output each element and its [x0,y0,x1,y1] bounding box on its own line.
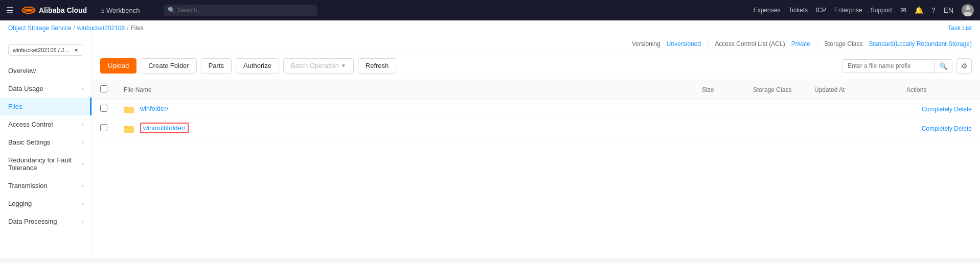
enterprise-link[interactable]: Enterprise [834,7,862,14]
select-all-header [92,80,116,100]
sidebar-item-logging[interactable]: Logging › [0,195,92,212]
sidebar-item-files[interactable]: Files [0,98,92,115]
breadcrumb-current: Files [131,25,144,32]
info-divider-2: | [816,40,818,47]
support-link[interactable]: Support [871,7,892,14]
storage-class-value[interactable]: Standard(Locally Redundant Storage) [869,40,972,47]
file-name-header: File Name [116,80,694,100]
data-usage-arrow-icon: › [82,86,83,91]
file-table: File Name Size Storage Class Updated At … [92,80,980,138]
topbar: ☰ Alibaba Cloud ⌂ Workbench 🔍 Expenses T… [0,0,980,20]
svg-point-4 [966,6,970,10]
refresh-button[interactable]: Refresh [358,58,397,74]
row2-filename-cell: winmultifolder/ [116,119,694,138]
content-area: Versioning Unversioned | Access Control … [92,36,980,258]
sidebar-item-redundancy[interactable]: Redundancy for Fault Tolerance › [0,151,92,177]
svg-rect-3 [31,9,33,11]
expenses-link[interactable]: Expenses [754,7,781,14]
select-all-checkbox[interactable] [100,85,107,92]
avatar[interactable] [962,4,974,16]
icp-link[interactable]: ICP [816,7,826,14]
sidebar-item-data-usage[interactable]: Data Usage › [0,80,92,98]
row2-checkbox[interactable] [100,124,107,131]
workbench-link[interactable]: ⌂ Workbench [95,7,145,14]
search-input[interactable] [164,5,317,16]
file-search-input[interactable] [842,60,935,72]
row1-size-cell [694,100,745,119]
row1-folder-icon [124,105,134,113]
file-search-box: 🔍 [842,59,952,73]
row1-delete-action[interactable]: Completely Delete [922,106,972,113]
breadcrumb-bucket-link[interactable]: winbucket202106 [77,25,125,32]
storage-class-header: Storage Class [745,80,806,100]
sidebar-item-data-processing[interactable]: Data Processing › [0,212,92,230]
acl-value[interactable]: Private [791,40,810,47]
redundancy-arrow-icon: › [82,161,83,167]
mail-icon[interactable]: ✉ [900,6,906,14]
row2-delete-action[interactable]: Completely Delete [922,125,972,132]
access-control-arrow-icon: › [82,122,83,127]
storage-class-label: Storage Class [824,40,862,47]
row2-file-link[interactable]: winmultifolder/ [140,123,189,133]
sidebar: winbucket202106 / Japan (Tokyo) ▼ Overvi… [0,36,92,258]
menu-icon[interactable]: ☰ [6,6,13,15]
row1-checkbox[interactable] [100,105,107,112]
versioning-value[interactable]: Unversioned [667,40,701,47]
batch-operation-label: Batch Operation [291,61,339,70]
tickets-link[interactable]: Tickets [788,7,808,14]
bucket-selector[interactable]: winbucket202106 / Japan (Tokyo) ▼ [8,44,83,56]
create-folder-button[interactable]: Create Folder [141,58,196,74]
help-icon[interactable]: ? [931,6,936,14]
acl-label: Access Control List (ACL) [715,40,785,47]
bucket-selector-arrow-icon: ▼ [74,47,79,53]
sidebar-item-access-control[interactable]: Access Control › [0,115,92,133]
transmission-arrow-icon: › [82,183,83,188]
versioning-label: Versioning [632,40,660,47]
breadcrumb-oss-link[interactable]: Object Storage Service [8,25,71,32]
row2-updated-at-cell [806,119,898,138]
row1-actions-cell: Completely Delete [898,100,980,119]
sidebar-item-overview[interactable]: Overview [0,62,92,80]
lang-selector[interactable]: EN [944,6,953,14]
authorize-button[interactable]: Authorize [236,58,279,74]
svg-rect-1 [26,9,31,12]
svg-point-5 [964,12,972,16]
row1-updated-at-cell [806,100,898,119]
main-layout: winbucket202106 / Japan (Tokyo) ▼ Overvi… [0,36,980,258]
row1-file-link[interactable]: winfolder/ [140,105,169,112]
info-bar: Versioning Unversioned | Access Control … [92,36,980,52]
upload-button[interactable]: Upload [100,58,136,74]
row2-size-cell [694,119,745,138]
logging-arrow-icon: › [82,201,83,206]
batch-operation-button[interactable]: Batch Operation ▼ [283,58,354,74]
basic-settings-arrow-icon: › [82,139,83,145]
table-row: winfolder/ Completely Delete [92,100,980,119]
home-icon: ⌂ [100,7,104,14]
task-list-link[interactable]: Task List [948,25,972,32]
sidebar-item-transmission[interactable]: Transmission › [0,177,92,195]
row2-folder-icon [124,125,134,133]
file-search-icon: 🔍 [939,62,948,70]
search-box: 🔍 [164,5,317,16]
size-header: Size [694,80,745,100]
breadcrumb-sep-2: / [127,25,128,32]
row2-checkbox-cell [92,119,116,138]
breadcrumb-sep-1: / [73,25,75,32]
file-search-button[interactable]: 🔍 [935,60,952,73]
row2-storage-class-cell [745,119,806,138]
logo-text: Alibaba Cloud [39,6,87,14]
table-row: winmultifolder/ Completely Delete [92,119,980,138]
workbench-label: Workbench [106,7,140,14]
svg-rect-2 [24,9,26,11]
search-settings-button[interactable]: ⚙ [956,58,972,74]
sidebar-item-basic-settings[interactable]: Basic Settings › [0,133,92,151]
actions-header: Actions [898,80,980,100]
sidebar-nav: Overview Data Usage › Files Access Contr… [0,62,92,230]
table-header-row: File Name Size Storage Class Updated At … [92,80,980,100]
settings-icon: ⚙ [961,62,968,70]
bell-icon[interactable]: 🔔 [915,6,923,14]
row1-checkbox-cell [92,100,116,119]
batch-operation-arrow-icon: ▼ [341,62,346,69]
row1-storage-class-cell [745,100,806,119]
parts-button[interactable]: Parts [201,58,232,74]
